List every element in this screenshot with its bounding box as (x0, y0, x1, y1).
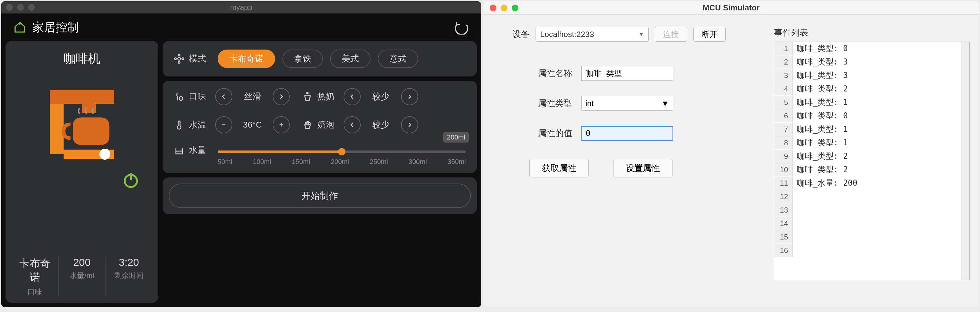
attr-val-input[interactable] (581, 126, 673, 141)
event-row-text: 咖啡_类型: 2 (792, 83, 848, 94)
foam-next[interactable] (401, 116, 418, 134)
event-row-number: 5 (774, 96, 792, 109)
event-row[interactable]: 7咖啡_类型: 1 (774, 123, 969, 136)
event-row-number: 10 (774, 163, 792, 176)
event-row-number: 1 (774, 42, 792, 55)
temp-minus[interactable] (215, 116, 232, 134)
milk-prev[interactable] (344, 88, 361, 105)
foam-icon (302, 119, 313, 130)
event-row[interactable]: 11咖啡_水量: 200 (774, 177, 969, 190)
event-row-number: 15 (774, 230, 792, 244)
event-row-text: 咖啡_类型: 3 (792, 57, 848, 67)
traffic-lights (6, 4, 35, 11)
svg-point-18 (309, 123, 310, 124)
temp-plus[interactable] (273, 116, 290, 134)
home-title: 家居控制 (13, 19, 79, 35)
power-button[interactable] (122, 171, 140, 191)
events-list[interactable]: 1咖啡_类型: 02咖啡_类型: 33咖啡_类型: 34咖啡_类型: 25咖啡_… (774, 41, 970, 280)
chevron-down-icon: ▼ (638, 31, 644, 38)
set-attr-button[interactable]: 设置属性 (613, 159, 673, 177)
min-dot[interactable] (17, 4, 24, 11)
event-row[interactable]: 15 (774, 230, 969, 244)
disconnect-button[interactable]: 断开 (693, 27, 725, 41)
slider-thumb[interactable] (338, 148, 345, 155)
window-title: myapp (230, 3, 252, 12)
mode-label: 模式 (173, 53, 210, 65)
event-row-text: 咖啡_类型: 1 (792, 97, 848, 108)
foam-value: 较少 (366, 119, 396, 131)
foam-prev[interactable] (344, 116, 361, 134)
chevron-down-icon: ▼ (661, 99, 669, 108)
svg-point-10 (175, 58, 177, 60)
event-row-number: 9 (774, 150, 792, 163)
event-row[interactable]: 3咖啡_类型: 3 (774, 69, 969, 82)
water-icon (173, 145, 185, 156)
event-row-text: 咖啡_类型: 0 (792, 43, 848, 54)
mode-icon (173, 53, 185, 64)
taste-control: 口味 丝滑 (173, 88, 290, 105)
slider-ticks: 50ml 100ml 150ml 200ml 250ml 300ml 350ml (218, 158, 466, 166)
event-row-number: 3 (774, 69, 792, 82)
mode-cappuccino[interactable]: 卡布奇诺 (218, 49, 275, 68)
connect-button[interactable]: 连接 (655, 27, 687, 41)
svg-point-12 (179, 97, 183, 100)
event-row[interactable]: 16 (774, 244, 969, 257)
event-row-number: 4 (774, 82, 792, 96)
taste-next[interactable] (273, 88, 290, 105)
attr-name-input[interactable] (581, 66, 673, 81)
svg-point-3 (99, 149, 110, 160)
traffic-lights (490, 5, 519, 11)
form-area: 设备 Localhost:2233 ▼ 连接 断开 属性名称 属性类型 int (493, 27, 765, 295)
event-row[interactable]: 14 (774, 217, 969, 230)
events-title: 事件列表 (774, 27, 970, 38)
stat-time: 3:20 剩余时间 (105, 256, 152, 297)
window-title: MCU Simulator (703, 3, 760, 13)
event-row[interactable]: 1咖啡_类型: 0 (774, 42, 969, 56)
water-slider[interactable] (218, 151, 466, 153)
max-dot[interactable] (28, 4, 35, 11)
event-row-number: 7 (774, 123, 792, 136)
milk-control: 热奶 较少 (302, 88, 418, 105)
event-row[interactable]: 5咖啡_类型: 1 (774, 96, 969, 109)
milk-next[interactable] (401, 88, 418, 105)
back-icon[interactable] (454, 20, 469, 35)
event-row[interactable]: 9咖啡_类型: 2 (774, 150, 969, 163)
coffee-machine-icon (36, 76, 128, 168)
device-stats: 卡布奇诺 口味 200 水量/ml 3:20 剩余时间 (12, 256, 152, 297)
close-dot[interactable] (6, 4, 13, 11)
event-row-text: 咖啡_类型: 2 (792, 151, 848, 161)
close-dot[interactable] (490, 5, 496, 11)
event-row[interactable]: 10咖啡_类型: 2 (774, 163, 969, 177)
min-dot[interactable] (501, 5, 508, 11)
event-row[interactable]: 8咖啡_类型: 1 (774, 136, 969, 150)
mode-latte[interactable]: 拿铁 (282, 49, 323, 68)
event-row-text: 咖啡_类型: 3 (792, 70, 848, 81)
attr-type-select[interactable]: int ▼ (581, 96, 673, 111)
attr-type-label: 属性类型 (530, 97, 572, 109)
foam-control: 奶泡 较少 (302, 116, 418, 134)
event-row-text: 咖啡_类型: 1 (792, 124, 848, 135)
get-attr-button[interactable]: 获取属性 (530, 159, 589, 177)
mode-espresso[interactable]: 意式 (378, 49, 418, 68)
svg-rect-4 (82, 104, 95, 113)
event-row[interactable]: 6咖啡_类型: 0 (774, 109, 969, 123)
start-button[interactable]: 开始制作 (169, 183, 471, 208)
event-row[interactable]: 4咖啡_类型: 2 (774, 82, 969, 96)
svg-point-7 (178, 57, 181, 60)
svg-point-8 (178, 54, 180, 56)
event-row-text: 咖啡_类型: 0 (792, 110, 848, 121)
svg-point-11 (182, 58, 184, 60)
slider-tooltip: 200ml (443, 132, 469, 143)
event-row-number: 14 (774, 217, 792, 230)
mode-americano[interactable]: 美式 (330, 49, 371, 68)
events-panel: 事件列表 1咖啡_类型: 02咖啡_类型: 33咖啡_类型: 34咖啡_类型: … (774, 27, 970, 295)
event-row[interactable]: 2咖啡_类型: 3 (774, 56, 969, 69)
temp-icon (173, 119, 185, 130)
event-row[interactable]: 12 (774, 190, 969, 204)
event-row[interactable]: 13 (774, 204, 969, 217)
milk-value: 较少 (366, 91, 396, 102)
device-select[interactable]: Localhost:2233 ▼ (536, 27, 649, 41)
svg-rect-0 (50, 90, 114, 104)
taste-prev[interactable] (215, 88, 232, 105)
max-dot[interactable] (512, 5, 519, 11)
